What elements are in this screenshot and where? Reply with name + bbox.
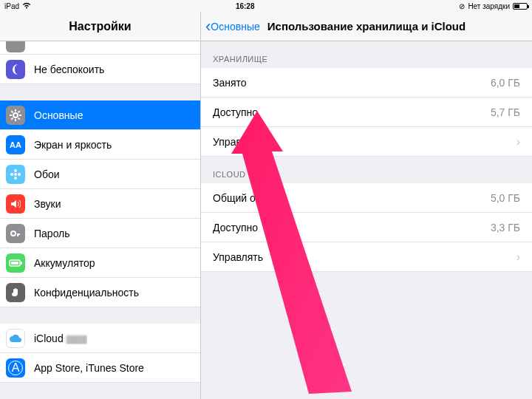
sidebar-item-обои[interactable]: Обои bbox=[0, 160, 200, 189]
chevron-right-icon: › bbox=[516, 135, 520, 149]
row-label: Доступно bbox=[213, 106, 491, 118]
row-label: Занято bbox=[213, 77, 491, 89]
cloud-icon bbox=[6, 329, 25, 348]
sidebar-item-truncated[interactable] bbox=[0, 41, 200, 55]
sidebar-item-не-беспокоить[interactable]: Не беспокоить bbox=[0, 55, 200, 84]
detail-row-доступно[interactable]: Доступно3,3 ГБ bbox=[201, 213, 532, 242]
sidebar-item-конфиденциальность[interactable]: Конфиденциальность bbox=[0, 278, 200, 307]
gear-icon bbox=[6, 106, 25, 125]
A-icon: A bbox=[6, 358, 25, 378]
sidebar-item-label: Пароль bbox=[34, 228, 70, 239]
svg-point-4 bbox=[10, 173, 13, 176]
detail-header: ‹ Основные Использование хранилища и iCl… bbox=[201, 12, 532, 41]
battery-icon bbox=[513, 3, 528, 10]
sidebar-item-label: App Store, iTunes Store bbox=[34, 362, 144, 374]
sidebar-item-icloud[interactable]: iCloud████ bbox=[0, 324, 200, 353]
sidebar-item-аккумулятор[interactable]: Аккумулятор bbox=[0, 248, 200, 278]
row-label: Доступно bbox=[213, 222, 491, 233]
moon-icon bbox=[6, 60, 25, 79]
detail-row-доступно[interactable]: Доступно5,7 ГБ bbox=[201, 98, 532, 127]
section-header: ХРАНИЛИЩЕ bbox=[201, 41, 532, 68]
row-label: Управлять bbox=[213, 136, 512, 148]
sidebar-item-пароль[interactable]: Пароль bbox=[0, 219, 200, 248]
detail-row-занято[interactable]: Занято6,0 ГБ bbox=[201, 68, 532, 98]
row-value: 6,0 ГБ bbox=[491, 77, 520, 89]
charge-label: Нет зарядки bbox=[468, 2, 510, 10]
svg-rect-8 bbox=[21, 262, 22, 265]
key-icon bbox=[6, 224, 25, 243]
sidebar-item-label: Конфиденциальность bbox=[34, 287, 139, 299]
sidebar-item-звуки[interactable]: Звуки bbox=[0, 189, 200, 219]
chevron-right-icon: › bbox=[516, 250, 520, 264]
flower-icon bbox=[6, 165, 25, 184]
back-label: Основные bbox=[211, 21, 259, 33]
battery-icon bbox=[6, 253, 25, 273]
sidebar-item-label: Аккумулятор bbox=[34, 257, 95, 269]
back-button[interactable]: ‹ Основные bbox=[205, 21, 260, 33]
sidebar-item-label: Не беспокоить bbox=[34, 64, 104, 75]
section-header: ICLOUD bbox=[201, 157, 532, 183]
detail-pane: ‹ Основные Использование хранилища и iCl… bbox=[201, 12, 532, 399]
svg-point-0 bbox=[13, 113, 18, 117]
svg-point-6 bbox=[11, 231, 16, 236]
sidebar-item-основные[interactable]: Основные bbox=[0, 100, 200, 130]
svg-rect-9 bbox=[11, 262, 18, 265]
row-label: Общий объем bbox=[213, 192, 491, 204]
sidebar-item-label: Звуки bbox=[34, 198, 61, 210]
status-bar: iPad 16:28 ⊘ Нет зарядки bbox=[0, 0, 532, 12]
sidebar-item-экран-и-яркость[interactable]: AAЭкран и яркость bbox=[0, 130, 200, 160]
AA-icon: AA bbox=[6, 135, 25, 154]
sidebar-item-label: Обои bbox=[34, 168, 60, 180]
speaker-icon bbox=[6, 194, 25, 214]
sidebar-item-app-store-itunes-store[interactable]: AApp Store, iTunes Store bbox=[0, 353, 200, 383]
sidebar-item-label: Экран и яркость bbox=[34, 139, 112, 151]
sidebar-item-label: Основные bbox=[34, 109, 83, 121]
row-value: 5,0 ГБ bbox=[491, 192, 520, 204]
device-label: iPad bbox=[4, 2, 19, 10]
sidebar-item-label: iCloud████ bbox=[34, 332, 87, 344]
detail-row-общий-объем[interactable]: Общий объем5,0 ГБ bbox=[201, 183, 532, 213]
sidebar-title: Настройки bbox=[0, 12, 200, 41]
svg-point-2 bbox=[14, 169, 17, 172]
svg-point-5 bbox=[18, 173, 21, 176]
wifi-icon bbox=[22, 2, 31, 10]
detail-row-управлять[interactable]: Управлять› bbox=[201, 242, 532, 272]
svg-point-3 bbox=[14, 177, 17, 180]
chevron-left-icon: ‹ bbox=[205, 21, 211, 32]
row-value: 5,7 ГБ bbox=[491, 106, 520, 118]
hand-icon bbox=[6, 283, 25, 302]
svg-point-1 bbox=[14, 173, 17, 176]
row-value: 3,3 ГБ bbox=[491, 222, 520, 233]
charge-icon: ⊘ bbox=[459, 2, 465, 10]
clock: 16:28 bbox=[236, 2, 255, 10]
row-label: Управлять bbox=[213, 251, 512, 263]
settings-sidebar: Настройки Не беспокоитьОсновныеAAЭкран и… bbox=[0, 12, 201, 399]
detail-row-управлять[interactable]: Управлять› bbox=[201, 127, 532, 157]
